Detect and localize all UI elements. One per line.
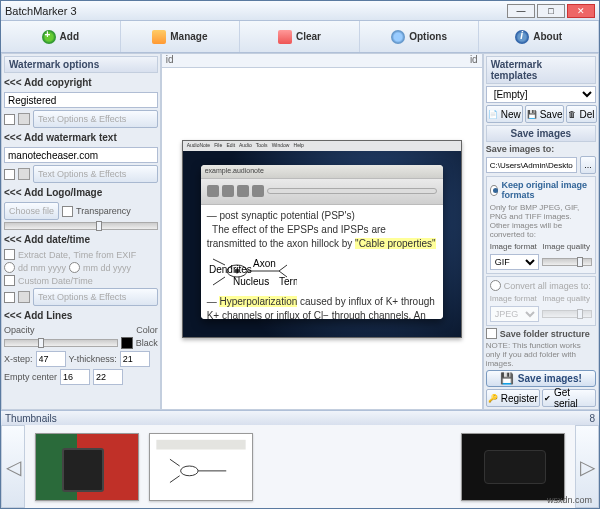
black-label: Black: [136, 338, 158, 348]
add-lines-title: <<< Add Lines: [4, 308, 158, 323]
mac-notes: — post synaptic potential (PSP's) The ef…: [201, 205, 443, 319]
window-title: BatchMarker 3: [5, 5, 505, 17]
svg-rect-12: [156, 439, 245, 449]
register-button[interactable]: 🔑Register: [486, 389, 540, 407]
custom-date-checkbox[interactable]: [4, 275, 15, 286]
mac-window: example.audionote — post synaptic potent…: [201, 165, 443, 319]
manage-button[interactable]: Manage: [121, 21, 241, 52]
quality-slider-1[interactable]: [542, 258, 592, 266]
convert-label: Convert all images to:: [504, 281, 591, 291]
ythick-label: Y-thickness:: [69, 354, 117, 364]
watermark-options-header: Watermark options: [4, 56, 158, 73]
convert-radio[interactable]: [490, 280, 501, 291]
mac-titlebar: example.audionote: [201, 165, 443, 179]
copyright-text-checkbox[interactable]: [4, 114, 15, 125]
save-images-button[interactable]: 💾 Save images!: [486, 370, 596, 387]
fmt1-label: dd mm yyyy: [18, 263, 66, 273]
thumbnails-header: Thumbnails: [5, 413, 57, 424]
canvas-panel: idid AudioNote File Edit Audio Tools Win…: [161, 53, 483, 410]
save-images-header: Save images: [486, 125, 596, 142]
dt-effects-button[interactable]: Text Options & Effects: [33, 288, 158, 306]
thumbnail-1[interactable]: [35, 433, 139, 501]
thumbs-prev-button[interactable]: ◁: [1, 425, 25, 508]
add-logo-title: <<< Add Logo/Image: [4, 185, 158, 200]
text-icon: [18, 113, 30, 125]
about-button[interactable]: About: [479, 21, 599, 52]
text-icon: [18, 168, 30, 180]
wmtext-effects-button[interactable]: Text Options & Effects: [33, 165, 158, 183]
close-button[interactable]: ✕: [567, 4, 595, 18]
add-copyright-title: <<< Add copyright: [4, 75, 158, 90]
saveto-label: Save images to:: [486, 144, 596, 154]
canvas-area[interactable]: AudioNote File Edit Audio Tools Window H…: [162, 68, 482, 409]
thumbnails-count: 8: [589, 413, 595, 424]
keep-format-radio[interactable]: [490, 185, 499, 196]
thumbnails-panel: Thumbnails8 ◁ ▷: [1, 410, 599, 508]
fmt2-radio[interactable]: [69, 262, 80, 273]
svg-line-5: [279, 265, 287, 271]
copyright-input[interactable]: [4, 92, 158, 108]
imgqual-label: Image quality: [542, 242, 592, 251]
browse-button[interactable]: ...: [580, 156, 596, 174]
save-folder-checkbox[interactable]: [486, 328, 497, 339]
ec-input2[interactable]: [93, 369, 123, 385]
watermark-options-panel: Watermark options <<< Add copyright Text…: [1, 53, 161, 410]
xstep-label: X-step:: [4, 354, 33, 364]
xstep-input[interactable]: [36, 351, 66, 367]
get-serial-button[interactable]: ✔Get serial: [542, 389, 596, 407]
add-button[interactable]: Add: [1, 21, 121, 52]
date-label: Date,: [49, 250, 71, 260]
timeexif-label: Time from EXIF: [74, 250, 137, 260]
add-label: Add: [60, 31, 79, 42]
ythick-input[interactable]: [120, 351, 150, 367]
new-template-button[interactable]: 📄New: [486, 105, 523, 123]
minimize-button[interactable]: —: [507, 4, 535, 18]
clear-button[interactable]: Clear: [240, 21, 360, 52]
color-label: Color: [136, 325, 158, 335]
logo-opacity-slider[interactable]: [4, 222, 158, 230]
mac-menubar: AudioNote File Edit Audio Tools Window H…: [183, 141, 461, 151]
format-select-1[interactable]: GIF: [490, 254, 540, 270]
add-datetime-title: <<< Add date/time: [4, 232, 158, 247]
maximize-button[interactable]: □: [537, 4, 565, 18]
watermark-text-input[interactable]: [4, 147, 158, 163]
thumbnail-2[interactable]: [149, 433, 253, 501]
format-select-2[interactable]: JPEG: [490, 306, 540, 322]
options-button[interactable]: Options: [360, 21, 480, 52]
template-select[interactable]: [Empty]: [486, 86, 596, 103]
custom-date-label: Custom Date/Time: [18, 276, 93, 286]
copyright-effects-button[interactable]: Text Options & Effects: [33, 110, 158, 128]
save-path-input[interactable]: [486, 157, 577, 173]
clear-label: Clear: [296, 31, 321, 42]
about-label: About: [533, 31, 562, 42]
templates-header: Watermark templates: [486, 56, 596, 84]
dt-text-checkbox[interactable]: [4, 292, 15, 303]
keep-note: Only for BMP JPEG, GIF, PNG and TIFF ima…: [490, 203, 592, 239]
about-icon: [515, 30, 529, 44]
mac-player: [201, 179, 443, 205]
delete-template-button[interactable]: 🗑Del: [566, 105, 596, 123]
wmtext-checkbox[interactable]: [4, 169, 15, 180]
fmt1-radio[interactable]: [4, 262, 15, 273]
text-icon: [18, 291, 30, 303]
keep-format-label: Keep original image formats: [501, 180, 592, 200]
emptycenter-label: Empty center: [4, 372, 57, 382]
clear-icon: [278, 30, 292, 44]
manage-label: Manage: [170, 31, 207, 42]
svg-text:Axon: Axon: [253, 258, 276, 269]
extract-checkbox[interactable]: [4, 249, 15, 260]
choose-file-button[interactable]: Choose file: [4, 202, 59, 220]
ec-input1[interactable]: [60, 369, 90, 385]
templates-panel: Watermark templates [Empty] 📄New 💾Save 🗑…: [483, 53, 599, 410]
transparency-checkbox[interactable]: [62, 206, 73, 217]
lines-opacity-slider[interactable]: [4, 339, 118, 347]
add-icon: [42, 30, 56, 44]
save-template-button[interactable]: 💾Save: [525, 105, 565, 123]
svg-text:Terminal: Terminal: [279, 276, 297, 287]
thumbnail-3[interactable]: [461, 433, 565, 501]
options-label: Options: [409, 31, 447, 42]
svg-line-3: [213, 277, 225, 285]
color-swatch[interactable]: [121, 337, 133, 349]
thumbs-strip: [25, 425, 575, 508]
preview-image: AudioNote File Edit Audio Tools Window H…: [182, 140, 462, 338]
